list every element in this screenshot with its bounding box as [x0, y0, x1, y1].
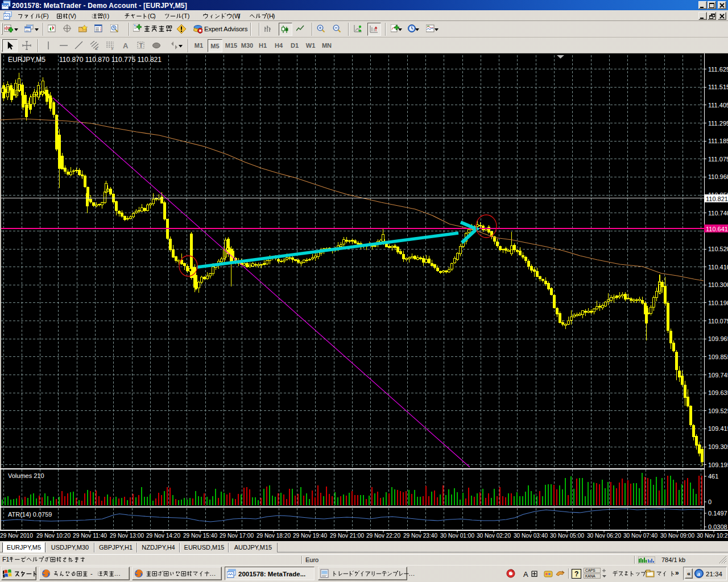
- svg-text:111.625: 111.625: [708, 66, 728, 73]
- svg-text:.: .: [214, 571, 216, 577]
- svg-text:111.515: 111.515: [708, 84, 728, 90]
- svg-text:): ): [273, 13, 275, 19]
- svg-text:109.965: 109.965: [708, 335, 728, 342]
- svg-text:): ): [74, 13, 76, 19]
- svg-text:461: 461: [708, 473, 718, 480]
- svg-text:.: .: [411, 571, 412, 577]
- svg-text:110.821: 110.821: [706, 196, 728, 202]
- svg-text:): ): [107, 13, 109, 19]
- svg-text:A: A: [123, 41, 129, 50]
- svg-text:30 Nov 05:00: 30 Nov 05:00: [550, 532, 584, 539]
- svg-text:I: I: [105, 13, 107, 19]
- svg-text:30 Nov 10:20: 30 Nov 10:20: [697, 532, 728, 539]
- svg-text:30 Nov 02:20: 30 Nov 02:20: [477, 532, 511, 539]
- svg-text:a: a: [697, 570, 701, 577]
- svg-text:110.075: 110.075: [708, 318, 728, 325]
- svg-text:.: .: [409, 571, 411, 577]
- svg-text:29 Nov 2010: 29 Nov 2010: [0, 532, 33, 539]
- svg-text:29 Nov 15:40: 29 Nov 15:40: [183, 532, 217, 539]
- svg-text:30 Nov 01:00: 30 Nov 01:00: [440, 532, 474, 539]
- svg-text:109.305: 109.305: [708, 443, 728, 450]
- svg-text:29 Nov 19:40: 29 Nov 19:40: [293, 532, 327, 539]
- svg-text:30 Nov 03:40: 30 Nov 03:40: [514, 532, 548, 539]
- svg-text:.: .: [212, 571, 213, 577]
- svg-text:111.295: 111.295: [708, 120, 728, 127]
- svg-text:.: .: [210, 571, 212, 577]
- svg-text:110.740: 110.740: [708, 210, 728, 217]
- svg-text:109.855: 109.855: [708, 354, 728, 360]
- svg-text:110.300: 110.300: [708, 281, 728, 288]
- svg-text:29 Nov 10:20: 29 Nov 10:20: [36, 532, 71, 539]
- svg-text:): ): [47, 13, 49, 19]
- svg-text:29 Nov 21:00: 29 Nov 21:00: [330, 532, 364, 539]
- svg-text:T: T: [139, 42, 143, 49]
- svg-text:E: E: [96, 47, 98, 50]
- svg-text:Volumes 210: Volumes 210: [8, 472, 44, 479]
- svg-text:111.075: 111.075: [708, 156, 728, 163]
- svg-text:0.0308: 0.0308: [708, 523, 727, 530]
- svg-text:): ): [188, 13, 190, 19]
- svg-text:110.410: 110.410: [708, 264, 728, 271]
- svg-text:F: F: [111, 47, 114, 50]
- svg-text:109.635: 109.635: [708, 389, 728, 396]
- svg-text:?: ?: [574, 570, 578, 578]
- svg-text:.: .: [118, 571, 120, 577]
- svg-text:111.405: 111.405: [708, 102, 728, 109]
- svg-text:109.415: 109.415: [708, 425, 728, 432]
- svg-text:30 Nov 06:20: 30 Nov 06:20: [587, 532, 621, 539]
- svg-text:): ): [238, 13, 241, 19]
- svg-text:.: .: [117, 571, 118, 577]
- svg-text:110.870 110.870 110.775 110.82: 110.870 110.870 110.775 110.821: [59, 56, 162, 64]
- svg-text:30 Nov 07:40: 30 Nov 07:40: [623, 532, 657, 539]
- svg-text:111.185: 111.185: [708, 138, 728, 144]
- svg-text:): ): [154, 13, 156, 19]
- svg-text:.: .: [114, 571, 116, 577]
- svg-text:29 Nov 14:20: 29 Nov 14:20: [146, 532, 180, 539]
- svg-text:29 Nov 22:20: 29 Nov 22:20: [366, 532, 400, 539]
- svg-text:29 Nov 18:20: 29 Nov 18:20: [257, 532, 291, 539]
- svg-text:110.520: 110.520: [708, 246, 728, 252]
- svg-text:29 Nov 17:00: 29 Nov 17:00: [220, 532, 254, 539]
- svg-text:29 Nov 13:00: 29 Nov 13:00: [110, 532, 144, 539]
- svg-text:30 Nov 09:00: 30 Nov 09:00: [660, 532, 694, 539]
- svg-text:109.195: 109.195: [708, 462, 728, 468]
- svg-text:29 Nov 23:40: 29 Nov 23:40: [403, 532, 437, 539]
- svg-text:-: -: [90, 571, 93, 577]
- svg-text:EURJPY,M5: EURJPY,M5: [8, 56, 46, 64]
- svg-text:109.525: 109.525: [708, 408, 728, 414]
- svg-text:0.1497: 0.1497: [708, 510, 727, 517]
- svg-text:29 Nov 11:40: 29 Nov 11:40: [73, 532, 107, 539]
- svg-text:109.745: 109.745: [708, 372, 728, 379]
- svg-text:1: 1: [6, 556, 10, 563]
- svg-text:ATR(14) 0.0759: ATR(14) 0.0759: [8, 511, 52, 518]
- svg-text:110.641: 110.641: [706, 226, 728, 232]
- svg-text:110.960: 110.960: [708, 173, 728, 180]
- svg-text:.: .: [413, 571, 415, 577]
- svg-text:0: 0: [708, 498, 712, 505]
- svg-text:110.190: 110.190: [708, 300, 728, 306]
